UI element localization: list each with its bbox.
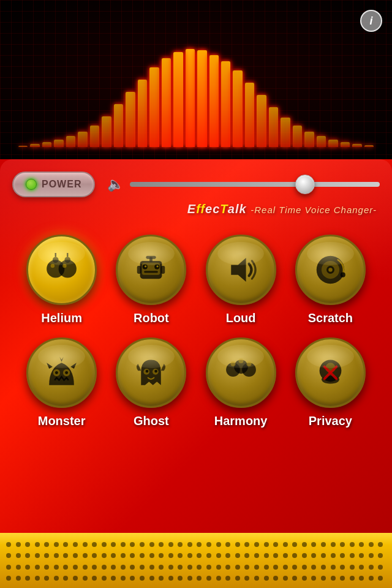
effect-item-loud[interactable]: Loud [201,235,281,325]
harmony-label: Harmony [214,414,268,428]
svg-point-3 [65,257,71,263]
power-led [26,179,37,190]
loud-label: Loud [226,311,256,325]
effect-item-privacy[interactable]: Privacy [290,337,371,428]
robot-icon [131,250,171,290]
effect-button-ghost[interactable] [116,337,186,408]
svg-point-37 [246,361,251,366]
privacy-icon [311,353,350,393]
svg-rect-17 [137,266,141,274]
visualizer-section: i [0,0,392,159]
monster-label: Monster [38,414,86,428]
svg-rect-15 [149,257,153,262]
helium-label: Helium [41,311,82,325]
scratch-icon [311,250,350,290]
effects-grid: Helium Robot [12,228,380,434]
svg-point-26 [55,371,58,374]
harmony-icon [221,353,261,393]
effect-item-scratch[interactable]: Scratch [290,235,371,325]
svg-point-22 [328,268,333,272]
volume-control: 🔈 [107,176,380,192]
effect-button-harmony[interactable] [206,337,276,408]
effect-item-ghost[interactable]: Ghost [111,337,191,428]
robot-label: Robot [134,311,169,325]
svg-point-12 [145,265,146,267]
monster-icon [42,353,81,393]
effect-item-helium[interactable]: Helium [21,235,102,325]
effect-item-monster[interactable]: Monster [21,337,102,428]
app-title: EffecTalk -Real Time Voice Changer- [187,202,377,216]
svg-rect-18 [161,266,165,274]
loud-icon [221,250,261,290]
effect-button-monster[interactable] [26,337,97,408]
helium-icon [42,250,81,290]
volume-track[interactable] [130,182,380,187]
svg-rect-16 [146,256,156,259]
svg-point-13 [157,265,159,267]
control-bar: POWER 🔈 [12,172,380,197]
power-button[interactable]: POWER [12,172,95,197]
main-panel: POWER 🔈 EffecTalk -Real Time Voice Chang… [0,159,392,588]
dot-grid [6,542,386,585]
svg-point-30 [146,370,149,373]
effect-button-scratch[interactable] [295,235,366,305]
eq-bars [18,24,374,147]
ghost-icon [131,353,171,393]
effect-button-loud[interactable] [206,235,276,305]
power-label: POWER [42,179,81,190]
scratch-label: Scratch [308,311,353,325]
volume-icon: 🔈 [107,176,124,192]
effect-item-harmony[interactable]: Harmony [201,337,281,428]
app-title-bar: EffecTalk -Real Time Voice Changer- [12,202,380,216]
svg-point-35 [230,361,235,366]
svg-point-7 [62,264,67,268]
svg-rect-14 [145,271,159,273]
svg-point-6 [51,264,55,268]
effect-button-helium[interactable] [26,235,97,305]
svg-point-2 [53,257,59,263]
svg-point-23 [341,273,345,277]
svg-point-36 [238,358,243,363]
bottom-strip [0,533,392,588]
effect-item-robot[interactable]: Robot [111,235,191,325]
effect-button-privacy[interactable] [295,337,366,408]
volume-knob[interactable] [295,175,315,194]
ghost-label: Ghost [134,414,169,428]
svg-point-1 [59,260,77,277]
svg-point-34 [242,363,256,377]
info-button[interactable]: i [360,10,382,32]
svg-point-31 [155,370,158,373]
svg-point-27 [65,371,68,374]
effect-button-robot[interactable] [116,235,186,305]
privacy-label: Privacy [309,414,352,428]
